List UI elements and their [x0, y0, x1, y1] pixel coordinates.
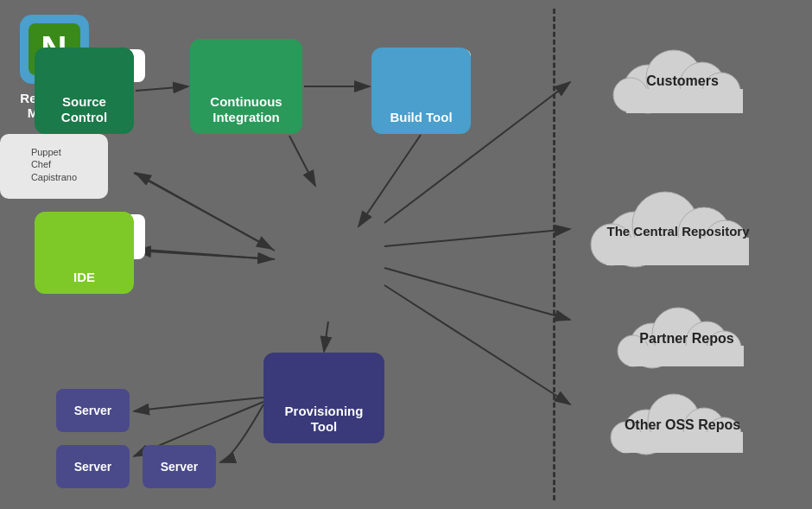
- central-repo-label: The Central Repository: [579, 224, 777, 239]
- svg-rect-26: [606, 238, 749, 265]
- svg-line-12: [384, 229, 570, 246]
- svg-line-6: [136, 173, 275, 251]
- svg-line-9: [134, 249, 273, 259]
- svg-rect-20: [626, 89, 743, 113]
- svg-line-14: [384, 285, 570, 404]
- puppet-info: PuppetChefCapistrano: [31, 146, 77, 183]
- svg-line-10: [324, 321, 328, 352]
- other-oss-cloud: Other OSS Repos: [596, 380, 769, 461]
- server-box-1: Server: [56, 389, 130, 432]
- source-control-box: Source Control: [35, 48, 134, 134]
- svg-line-8: [136, 251, 275, 259]
- diagram: GIT Subversion Clearcase HudsonJenkinsTe…: [0, 0, 812, 509]
- server-box-3: Server: [143, 445, 216, 488]
- ide-box: IDE: [35, 212, 134, 294]
- provisioning-tool-box: ProvisioningTool: [263, 353, 384, 443]
- partner-repos-cloud: Partner Repos: [605, 294, 769, 375]
- customers-cloud: Customers: [600, 33, 764, 123]
- svg-line-7: [134, 173, 272, 249]
- separator-line: [553, 9, 555, 500]
- ci-title: Continuous Integration: [199, 94, 294, 125]
- svg-rect-38: [622, 432, 743, 453]
- svg-line-13: [384, 268, 570, 320]
- svg-rect-32: [629, 346, 744, 366]
- prov-tool-title: ProvisioningTool: [272, 404, 376, 435]
- customers-label: Customers: [600, 73, 764, 89]
- other-oss-label: Other OSS Repos: [596, 417, 769, 433]
- server-box-2: Server: [56, 445, 130, 488]
- central-repo-cloud: The Central Repository: [579, 177, 777, 276]
- ide-title: IDE: [43, 270, 125, 285]
- svg-line-2: [136, 86, 188, 91]
- build-tool-box: Build Tool: [371, 48, 471, 134]
- puppet-box: PuppetChefCapistrano: [0, 134, 108, 199]
- ci-box: Continuous Integration: [190, 39, 302, 134]
- build-tool-title: Build Tool: [380, 110, 462, 125]
- source-control-title: Source Control: [43, 94, 125, 125]
- svg-line-5: [289, 136, 315, 186]
- partner-repos-label: Partner Repos: [605, 330, 769, 347]
- svg-line-4: [358, 135, 421, 226]
